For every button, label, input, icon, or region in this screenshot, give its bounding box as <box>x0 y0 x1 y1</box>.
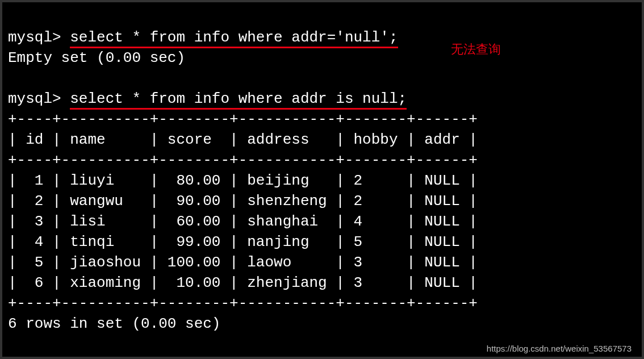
table-border-top: +----+----------+--------+-----------+--… <box>8 111 478 128</box>
sql-query-2: select * from info where addr is null; <box>70 90 407 110</box>
table-row: | 2 | wangwu | 90.00 | shenzheng | 2 | N… <box>8 193 478 210</box>
watermark-text: https://blog.csdn.net/weixin_53567573 <box>487 344 632 353</box>
table-row: | 6 | xiaoming | 10.00 | zhenjiang | 3 |… <box>8 274 478 291</box>
table-border-mid: +----+----------+--------+-----------+--… <box>8 152 478 169</box>
terminal-output: mysql> select * from info where addr='nu… <box>2 2 642 334</box>
table-row: | 5 | jiaoshou | 100.00 | laowo | 3 | NU… <box>8 254 478 271</box>
prompt-1: mysql> <box>8 29 70 46</box>
table-row: | 4 | tinqi | 99.00 | nanjing | 5 | NULL… <box>8 233 478 251</box>
result-row-count: 6 rows in set (0.00 sec) <box>8 315 220 332</box>
sql-query-1: select * from info where addr='null'; <box>70 29 398 48</box>
annotation-cannot-query: 无法查询 <box>451 43 501 56</box>
table-row: | 3 | lisi | 60.00 | shanghai | 4 | NULL… <box>8 213 478 230</box>
result-empty-set: Empty set (0.00 sec) <box>8 49 185 66</box>
table-border-bottom: +----+----------+--------+-----------+--… <box>8 295 478 312</box>
prompt-2: mysql> <box>8 90 70 107</box>
table-header: | id | name | score | address | hobby | … <box>8 131 478 148</box>
table-row: | 1 | liuyi | 80.00 | beijing | 2 | NULL… <box>8 172 478 189</box>
